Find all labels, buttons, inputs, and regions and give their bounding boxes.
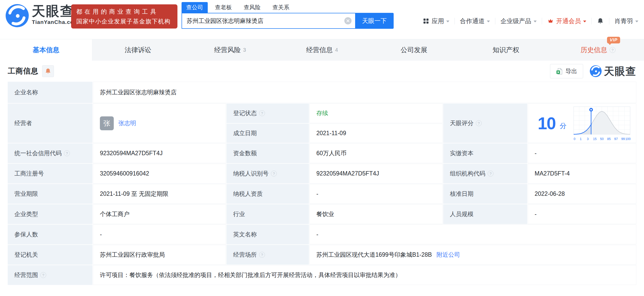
- industry-value: 餐饮业: [309, 204, 443, 224]
- approval-date-value: 2022-06-28: [528, 184, 636, 204]
- reg-number-label: 工商注册号: [8, 164, 92, 183]
- taxpayer-id-value: 92320594MA27D5FT4J: [309, 164, 443, 183]
- help-icon[interactable]: [271, 171, 277, 177]
- nav-vip[interactable]: 开通会员: [547, 17, 586, 25]
- promo-banner: 都在用的商业查询工具 国家中小企业发展子基金旗下机构: [71, 4, 177, 29]
- reg-status-label: 登记状态: [226, 104, 309, 123]
- svg-text:99: 99: [621, 137, 625, 141]
- help-icon[interactable]: [476, 120, 482, 126]
- search-input[interactable]: [182, 13, 355, 29]
- tab-label: 历史信息: [581, 46, 607, 54]
- score-number: 10: [538, 115, 555, 132]
- section-title: 工商信息: [8, 66, 39, 76]
- credit-code-label: 统一社会信用代码: [8, 143, 92, 163]
- tab-operating-risk[interactable]: 经营风险3: [184, 39, 276, 61]
- company-type-label: 企业类型: [8, 204, 92, 224]
- taxpayer-quality-label: 纳税人资质: [226, 184, 309, 204]
- taxpayer-id-label: 纳税人识别号: [226, 164, 309, 183]
- vip-badge: VIP: [607, 37, 620, 43]
- business-term-label: 营业期限: [8, 184, 92, 204]
- establish-date-label: 成立日期: [226, 124, 309, 143]
- promo-line1: 都在用的商业查询工具: [76, 8, 172, 16]
- nav-enterprise-label: 企业级产品: [500, 17, 531, 25]
- taxpayer-quality-value: -: [309, 184, 443, 204]
- company-type-value: 个体工商户: [93, 204, 226, 224]
- business-scope-label: 经营范围: [8, 265, 92, 285]
- tab-count-badge: 3: [243, 47, 246, 53]
- business-info-table: 企业名称 苏州工业园区张志明麻辣烫店 经营者 张 张志明 登记状态 存续 成立日…: [8, 82, 636, 285]
- search-area: 查公司 查老板 查风险 查关系 天眼一下: [182, 2, 394, 29]
- export-button[interactable]: 导出: [550, 64, 583, 78]
- score-distribution-chart: 0 1 3 15 50 85 97 99 100: [573, 106, 632, 142]
- establish-date-value: 2021-11-09: [309, 124, 443, 143]
- help-icon[interactable]: [259, 252, 265, 258]
- business-site-value: 苏州工业园区现代大道1699号印象城B1-28B 附近公司: [309, 245, 636, 265]
- english-name-value: -: [309, 225, 636, 244]
- operator-avatar[interactable]: 张: [100, 116, 114, 130]
- business-term-value: 2021-11-09 至 无固定期限: [93, 184, 226, 204]
- score-unit: 分: [560, 121, 566, 131]
- monitor-bell-button[interactable]: [42, 65, 54, 77]
- divider: [542, 18, 542, 24]
- bell-icon: [597, 17, 604, 25]
- nav-notifications[interactable]: [597, 17, 604, 25]
- tab-legal[interactable]: 法律诉讼: [92, 39, 184, 61]
- status-date-subgrid: 登记状态 存续 成立日期 2021-11-09: [226, 104, 443, 143]
- search-tab-relation[interactable]: 查关系: [268, 2, 294, 13]
- watermark-logo: 天眼查: [590, 64, 636, 78]
- chevron-down-icon: [635, 21, 638, 22]
- operator-name-link[interactable]: 张志明: [118, 119, 136, 127]
- reg-number-value: 320594600916042: [93, 164, 226, 183]
- help-icon[interactable]: [488, 171, 494, 177]
- top-nav: 应用 合作通道 企业级产品 开通会员 肖青羽: [423, 13, 638, 29]
- credit-code-value: 92320594MA27D5FT4J: [93, 143, 226, 163]
- export-label: 导出: [565, 67, 577, 75]
- tab-basic-info[interactable]: 基本信息: [0, 39, 92, 61]
- search-tab-boss[interactable]: 查老板: [210, 2, 236, 13]
- svg-text:3: 3: [587, 137, 589, 141]
- search-button[interactable]: 天眼一下: [355, 13, 394, 29]
- nearby-companies-link[interactable]: 附近公司: [437, 251, 460, 259]
- score-label: 天眼评分: [443, 104, 527, 143]
- help-icon[interactable]: [610, 47, 615, 53]
- insured-count-value: -: [93, 225, 226, 244]
- search-tab-risk[interactable]: 查风险: [239, 2, 265, 13]
- tab-operating-info[interactable]: 经营信息4: [276, 39, 368, 61]
- score-value: 10 分 0 1 3 15: [528, 104, 636, 143]
- tab-label: 知识产权: [493, 45, 519, 54]
- nav-user-name: 肖青羽: [614, 17, 633, 25]
- nav-user[interactable]: 肖青羽: [614, 17, 638, 25]
- chevron-down-icon: [583, 21, 586, 22]
- company-name-label: 企业名称: [8, 82, 92, 103]
- business-scope-value: 许可项目：餐饮服务（依法须经批准的项目，经相关部门批准后方可开展经营活动，具体经…: [93, 265, 636, 285]
- nav-vip-label: 开通会员: [556, 17, 581, 25]
- nav-apps[interactable]: 应用: [423, 17, 449, 25]
- tab-intellectual-property[interactable]: 知识产权: [460, 39, 552, 61]
- help-icon[interactable]: [259, 110, 265, 116]
- help-icon[interactable]: [40, 272, 46, 278]
- business-site-label: 经营场所: [226, 245, 309, 265]
- clear-search-icon[interactable]: [344, 17, 352, 24]
- tab-label: 经营信息: [306, 45, 333, 54]
- tab-label: 法律诉讼: [125, 45, 151, 54]
- insured-count-label: 参保人数: [8, 225, 92, 244]
- help-icon[interactable]: [64, 150, 70, 156]
- tab-company-development[interactable]: 公司发展: [368, 39, 460, 61]
- nav-enterprise[interactable]: 企业级产品: [500, 17, 537, 25]
- search-tab-company[interactable]: 查公司: [182, 2, 208, 13]
- excel-icon: [556, 68, 563, 75]
- chevron-down-icon: [534, 21, 537, 22]
- nav-partner[interactable]: 合作通道: [460, 17, 490, 25]
- divider: [495, 18, 495, 24]
- company-name-value: 苏州工业园区张志明麻辣烫店: [93, 82, 636, 103]
- operator-label: 经营者: [8, 104, 92, 143]
- chevron-down-icon: [487, 21, 490, 22]
- tab-history-info[interactable]: 历史信息 VIP: [552, 39, 644, 61]
- tab-count-badge: 4: [335, 47, 338, 53]
- capital-label: 资金数额: [226, 143, 309, 163]
- staff-size-label: 人员规模: [443, 204, 527, 224]
- tab-label: 基本信息: [33, 45, 59, 54]
- tab-label: 公司发展: [401, 45, 427, 54]
- brand-logo[interactable]: 天眼查 TianYanCha.com: [6, 4, 79, 27]
- site-header: 天眼查 TianYanCha.com 都在用的商业查询工具 国家中小企业发展子基…: [0, 0, 644, 39]
